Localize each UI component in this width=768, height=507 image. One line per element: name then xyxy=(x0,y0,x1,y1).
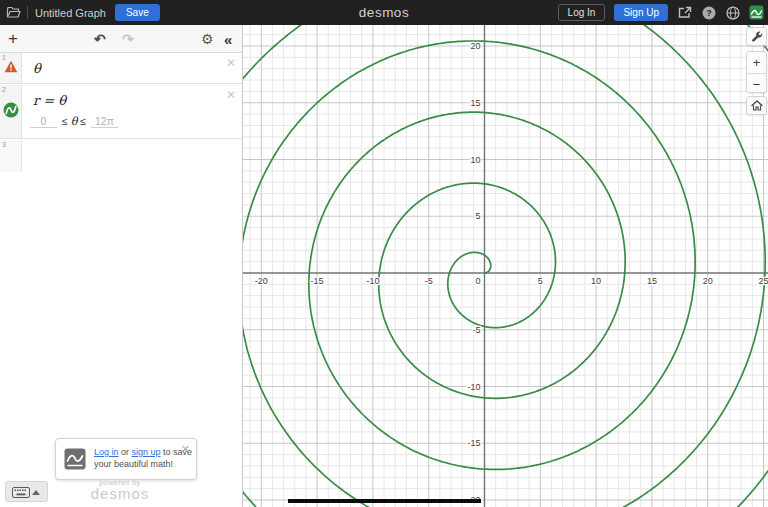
graph-settings-wrench-button[interactable] xyxy=(746,27,767,46)
undo-button[interactable]: ↶ xyxy=(94,25,106,53)
collapse-panel-button[interactable]: « xyxy=(224,25,232,53)
y-axis-label: 10 xyxy=(470,155,480,165)
desmos-gray-logo-icon xyxy=(64,448,86,474)
zoom-controls: + − xyxy=(746,51,767,93)
expression-latex[interactable]: θ xyxy=(33,61,41,76)
show-keypad-button[interactable] xyxy=(5,481,48,502)
axes xyxy=(243,25,768,507)
add-expression-button[interactable]: + xyxy=(8,25,18,53)
x-axis-label: -5 xyxy=(425,276,433,286)
delete-expression-icon[interactable]: ✕ xyxy=(226,89,236,101)
x-axis-label: 25 xyxy=(758,276,768,286)
expression-gutter-1[interactable]: 1 xyxy=(0,53,22,83)
expression-row-1[interactable]: 1 θ ✕ xyxy=(0,53,242,84)
redo-button[interactable]: ↷ xyxy=(122,25,134,53)
x-axis-label: 0 xyxy=(475,276,480,286)
delete-expression-icon[interactable]: ✕ xyxy=(226,57,236,69)
close-callout-icon[interactable]: ✕ xyxy=(181,443,190,456)
warning-icon[interactable] xyxy=(4,59,18,77)
y-axis-label: -5 xyxy=(472,325,480,335)
domain-max-input[interactable]: 12π xyxy=(91,115,118,128)
login-callout-text: Log in or sign up to save your beautiful… xyxy=(94,446,192,470)
svg-text:?: ? xyxy=(706,8,712,18)
powered-by-block: powered by desmos xyxy=(60,479,180,501)
x-axis-label: 15 xyxy=(647,276,657,286)
default-zoom-home-button[interactable] xyxy=(746,96,767,115)
black-bar xyxy=(288,499,481,503)
expression-row-3-empty[interactable]: 3 xyxy=(0,140,242,172)
y-axis-label: 5 xyxy=(475,211,480,221)
expression-number: 3 xyxy=(2,141,6,148)
login-link[interactable]: Log in xyxy=(94,447,119,457)
x-axis-label: 5 xyxy=(538,276,543,286)
x-axis-label: -10 xyxy=(366,276,379,286)
graph-title: Untitled Graph xyxy=(35,7,106,19)
log-in-button[interactable]: Log In xyxy=(558,4,606,21)
graph-canvas[interactable]: -20-15-10-505101520252015105-5-10-15-20 xyxy=(243,25,768,507)
x-axis-label: -20 xyxy=(255,276,268,286)
top-header-bar: Untitled Graph Save desmos Log In Sign U… xyxy=(0,0,768,25)
share-icon[interactable] xyxy=(677,5,692,20)
home-icon xyxy=(751,100,763,111)
y-axis-label: -15 xyxy=(467,438,480,448)
polar-spiral-curve[interactable] xyxy=(243,25,768,507)
major-grid xyxy=(243,25,768,507)
help-icon[interactable]: ? xyxy=(701,5,716,20)
polar-domain-editor: 0 ≤ θ ≤ 12π xyxy=(30,115,118,128)
sign-up-button[interactable]: Sign Up xyxy=(614,4,668,21)
expression-number: 2 xyxy=(2,86,6,93)
desmos-app-icon[interactable] xyxy=(749,5,764,20)
graph-paper: -20-15-10-505101520252015105-5-10-15-20 … xyxy=(243,25,768,507)
keypad-open-triangle-icon xyxy=(32,490,40,495)
open-graph-folder-icon[interactable] xyxy=(6,5,21,20)
x-axis-label: 10 xyxy=(591,276,601,286)
login-callout: Log in or sign up to save your beautiful… xyxy=(55,438,197,480)
wrench-icon xyxy=(751,31,763,43)
expression-row-2[interactable]: 2 r = θ 0 ≤ θ ≤ 12π ✕ xyxy=(0,85,242,139)
y-axis-label: -10 xyxy=(467,382,480,392)
polar-curve-style-icon[interactable] xyxy=(3,102,19,122)
expression-gutter-3: 3 xyxy=(0,140,22,172)
desmos-wordmark: desmos xyxy=(359,0,409,25)
expression-toolbar: + ↶ ↷ ⚙ « xyxy=(0,25,242,53)
domain-min-input[interactable]: 0 xyxy=(30,115,57,128)
expression-latex[interactable]: r = θ xyxy=(33,93,66,108)
language-globe-icon[interactable] xyxy=(725,5,740,20)
signup-link[interactable]: sign up xyxy=(132,447,161,457)
x-axis-label: 20 xyxy=(703,276,713,286)
expression-gutter-2[interactable]: 2 xyxy=(0,85,22,138)
minor-grid xyxy=(243,25,768,507)
keyboard-icon xyxy=(12,487,30,498)
save-button[interactable]: Save xyxy=(115,4,160,21)
edit-list-gear-button[interactable]: ⚙ xyxy=(201,25,214,53)
powered-by-brand: desmos xyxy=(60,486,180,501)
y-axis-label: 20 xyxy=(470,41,480,51)
zoom-out-button[interactable]: − xyxy=(747,73,766,94)
zoom-in-button[interactable]: + xyxy=(747,52,766,73)
domain-relation: ≤ θ ≤ xyxy=(62,115,86,128)
desmos-app-window: Untitled Graph Save desmos Log In Sign U… xyxy=(0,0,768,507)
y-axis-label: 15 xyxy=(470,98,480,108)
expression-panel: + ↶ ↷ ⚙ « 1 θ ✕ 2 r = θ xyxy=(0,25,243,507)
header-divider xyxy=(27,6,28,19)
x-axis-label: -15 xyxy=(311,276,324,286)
